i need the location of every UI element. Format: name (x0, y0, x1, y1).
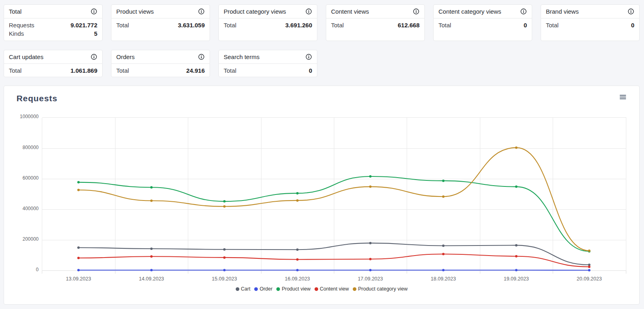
svg-text:15.09.2023: 15.09.2023 (212, 276, 237, 282)
svg-text:18.09.2023: 18.09.2023 (431, 276, 456, 282)
svg-text:400000: 400000 (23, 206, 39, 211)
svg-text:800000: 800000 (23, 145, 39, 150)
svg-text:16.09.2023: 16.09.2023 (285, 276, 310, 282)
svg-text:13.09.2023: 13.09.2023 (66, 276, 91, 282)
svg-text:600000: 600000 (23, 175, 39, 181)
svg-text:200000: 200000 (23, 236, 39, 242)
svg-text:14.09.2023: 14.09.2023 (139, 276, 164, 282)
svg-text:20.09.2023: 20.09.2023 (577, 276, 602, 282)
svg-text:19.09.2023: 19.09.2023 (504, 276, 529, 282)
svg-text:0: 0 (36, 267, 39, 272)
svg-text:17.09.2023: 17.09.2023 (358, 276, 383, 282)
svg-text:1000000: 1000000 (20, 114, 39, 119)
